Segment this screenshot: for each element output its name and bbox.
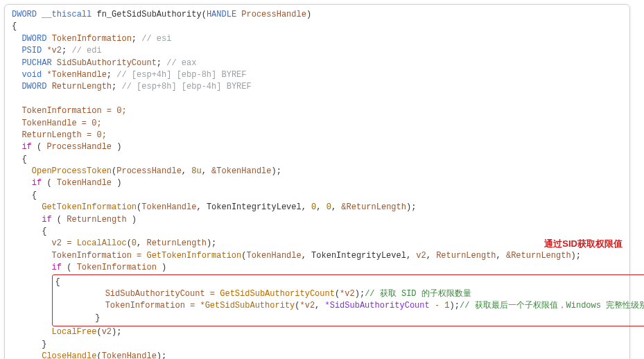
call-openprocesstoken: OpenProcessToken xyxy=(32,166,112,176)
decl-type: DWORD xyxy=(21,34,46,44)
call-getsidsubauthoritycount: GetSidSubAuthorityCount xyxy=(220,289,335,299)
comment: // 获取 SID 的子权限数量 xyxy=(365,289,471,299)
arg: &TokenHandle xyxy=(211,166,271,176)
arg: *v2 xyxy=(340,289,355,299)
call-localfree: LocalFree xyxy=(52,327,97,337)
arg: 8u xyxy=(191,166,201,176)
stmt: TokenHandle = 0; xyxy=(21,119,101,128)
arg: ReturnLength xyxy=(436,251,496,261)
decl-name: ReturnLength xyxy=(52,82,112,91)
decl-type: PUCHAR xyxy=(21,58,51,68)
arg: *SidSubAuthorityCount xyxy=(325,301,430,310)
cond: TokenHandle xyxy=(57,178,112,188)
kw-if: if xyxy=(32,178,42,188)
decl-comment: // esi xyxy=(141,34,171,44)
decl-name: *v2 xyxy=(46,46,62,55)
decl-name: *TokenHandle xyxy=(46,70,106,80)
decl-name: TokenInformation xyxy=(52,34,132,44)
call-getsidsubauthority: GetSidSubAuthority xyxy=(205,301,295,310)
decompiled-code: DWORD __thiscall fn_GetSidSubAuthority(H… xyxy=(12,9,623,359)
code-panel: 通过SID获取权限值 DWORD __thiscall fn_GetSidSub… xyxy=(4,4,630,359)
decl-type: PSID xyxy=(21,46,42,55)
arg: TokenIntegrityLevel xyxy=(311,251,406,261)
arg: &ReturnLength xyxy=(341,202,406,212)
kw-if: if xyxy=(52,263,62,272)
decl-comment: // edi xyxy=(71,46,101,55)
decl-comment: // [esp+4h] [ebp-8h] BYREF xyxy=(116,70,246,80)
cond: ProcessHandle xyxy=(46,142,112,152)
call-localalloc: LocalAlloc xyxy=(77,238,127,248)
decl-type: void xyxy=(21,70,42,80)
comment: // 获取最后一个子权限值，Windows 完整性级别的关键值 xyxy=(460,301,644,310)
arg: TokenHandle xyxy=(141,202,196,212)
param-type: HANDLE xyxy=(207,10,236,19)
assign-lhs: TokenInformation = * xyxy=(105,301,205,310)
arg: ReturnLength xyxy=(146,238,206,248)
kw-if: if xyxy=(42,215,51,225)
call-closehandle: CloseHandle xyxy=(42,351,96,359)
call-gettokeninformation: GetTokenInformation xyxy=(146,251,241,261)
ret-type: DWORD xyxy=(12,10,37,19)
arg: 0 xyxy=(327,202,331,212)
assign-lhs: SidSubAuthorityCount = xyxy=(105,289,220,299)
stmt: ReturnLength = 0; xyxy=(21,130,106,140)
arg: v2 xyxy=(102,327,112,337)
calling-conv: __thiscall xyxy=(42,10,92,19)
decl-name: SidSubAuthorityCount xyxy=(57,58,157,68)
arg: TokenHandle xyxy=(102,351,157,359)
cond: ReturnLength xyxy=(67,215,126,225)
kw-if: if xyxy=(21,142,31,152)
call-gettokeninformation: GetTokenInformation xyxy=(42,202,137,212)
param-name: ProcessHandle xyxy=(241,10,306,19)
arg: ProcessHandle xyxy=(116,166,182,176)
highlight-box: { SidSubAuthorityCount = GetSidSubAuthor… xyxy=(52,274,644,327)
decl-type: DWORD xyxy=(21,82,46,91)
arg: - 1 xyxy=(435,301,450,310)
cond: TokenInformation xyxy=(77,263,157,272)
arg: &ReturnLength xyxy=(506,251,571,261)
decl-comment: // [esp+8h] [ebp-4h] BYREF xyxy=(121,82,251,91)
annotation-label: 通过SID获取权限值 xyxy=(544,238,623,251)
assign-lhs: TokenInformation = xyxy=(52,251,147,261)
arg: TokenHandle xyxy=(246,251,301,261)
arg: 0 xyxy=(311,202,316,212)
arg: *v2 xyxy=(299,301,315,310)
arg: TokenIntegrityLevel xyxy=(207,202,302,212)
assign-lhs: v2 = xyxy=(52,238,77,248)
stmt: TokenInformation = 0; xyxy=(21,106,126,116)
decl-comment: // eax xyxy=(166,58,196,68)
arg: v2 xyxy=(416,251,426,261)
func-name: fn_GetSidSubAuthority xyxy=(96,10,201,19)
arg: 0 xyxy=(132,238,137,248)
